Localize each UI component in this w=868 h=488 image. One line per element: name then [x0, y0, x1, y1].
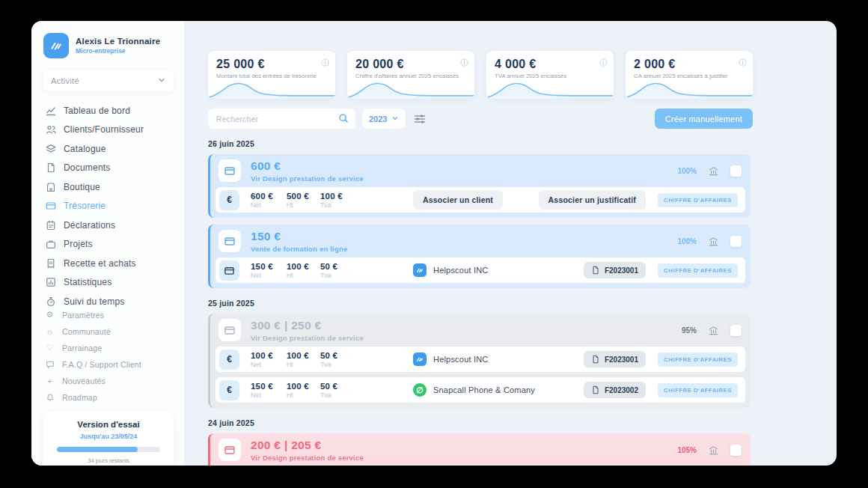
sidebar-item-projets[interactable]: Projets: [43, 237, 174, 251]
sidebar-item-roadmap[interactable]: Roadmap: [43, 391, 174, 403]
sidebar-item-faq-support[interactable]: F.A.Q / Support Client: [43, 358, 174, 370]
credit-card-icon: [219, 260, 239, 281]
year-filter-dropdown[interactable]: 2023: [362, 109, 406, 129]
group-date: 24 juin 2025: [208, 418, 837, 427]
associate-client-button[interactable]: Associer un client: [413, 190, 503, 210]
transaction-row: € 150 €Net 100 €Ht 50 €Tva ∅ Snapcall Ph…: [216, 377, 745, 403]
invoice-number: F2023001: [605, 356, 638, 364]
transaction-description: Vir Design prestation de service: [251, 174, 364, 183]
sidebar-item-recette-et-achats[interactable]: Recette et achats: [43, 256, 174, 270]
company-logo: [43, 33, 69, 58]
client-name: Helpscout INC: [433, 355, 489, 364]
stopwatch-icon: [45, 296, 56, 307]
revenue-badge: CHIFFRE D'AFFAIRES: [658, 353, 738, 367]
transaction-header[interactable]: 150 € Vente de formation en ligne 100%: [210, 225, 751, 257]
bank-icon[interactable]: [708, 325, 719, 336]
bank-icon[interactable]: [708, 236, 719, 247]
ht-amount: 100 €: [287, 382, 320, 391]
toolbar: 2023 Créer manuellement: [208, 109, 753, 129]
chevron-down-icon: [157, 76, 166, 86]
sparkline-chart: [486, 78, 614, 99]
bank-icon[interactable]: [708, 445, 719, 456]
create-manually-button[interactable]: Créer manuellement: [655, 109, 753, 129]
invoice-button[interactable]: F2023001: [584, 262, 646, 278]
match-percentage: 100%: [677, 167, 697, 175]
select-checkbox[interactable]: [730, 236, 742, 247]
client-chip[interactable]: ∅ Snapcall Phone & Comany: [413, 383, 535, 397]
transaction-row: 150 €Net 100 €Ht 50 €Tva Helpscout INC F…: [216, 257, 745, 283]
tva-amount: 50 €: [320, 382, 364, 391]
select-checkbox[interactable]: [730, 165, 742, 177]
sidebar-item-communaute[interactable]: ☼ Communauté: [43, 325, 174, 338]
invoice-button[interactable]: F2023001: [584, 351, 646, 367]
briefcase-icon: [45, 239, 56, 250]
stat-value: 25 000 €: [216, 58, 327, 71]
credit-card-icon: [45, 201, 56, 212]
sidebar-item-suivi-du-temps[interactable]: Suivi du temps: [43, 294, 174, 308]
transaction-row: € 600 €Net 500 €Ht 100 €Tva Associer un …: [216, 187, 745, 213]
select-checkbox[interactable]: [730, 325, 742, 336]
chat-bubble-icon: [45, 359, 55, 369]
tva-amount: 100 €: [320, 192, 364, 201]
transaction-header[interactable]: 200 € | 205 € Vir Design prestation de s…: [210, 433, 751, 466]
sidebar-item-catalogue[interactable]: Catalogue: [43, 141, 174, 156]
info-icon[interactable]: [321, 56, 329, 64]
transaction-amount: 600 €: [251, 159, 364, 173]
search-input[interactable]: [208, 109, 355, 129]
document-icon: [45, 162, 56, 174]
euro-icon: €: [219, 350, 239, 370]
trial-until-date: Jusqu'au 23/05/24: [51, 433, 166, 440]
revenue-badge: CHIFFRE D'AFFAIRES: [658, 263, 738, 278]
revenue-badge: CHIFFRE D'AFFAIRES: [658, 193, 738, 207]
transaction-description: Vir Design prestation de service: [251, 334, 364, 342]
activity-dropdown[interactable]: Activité: [43, 70, 174, 91]
sparkline-chart: [626, 78, 753, 99]
bank-icon[interactable]: [708, 165, 719, 177]
sidebar-item-declarations[interactable]: Déclarations: [43, 218, 174, 232]
trial-progress-fill: [57, 447, 138, 452]
helpscout-logo: [413, 353, 427, 366]
info-icon[interactable]: [739, 56, 747, 64]
receipt-icon: [45, 257, 56, 269]
ht-amount: 100 €: [287, 262, 320, 271]
sidebar-item-clients-fournisseur[interactable]: Clients/Fournisseur: [43, 123, 174, 137]
account-switcher[interactable]: Alexis Le Trionnaire Micro-entreprise: [43, 33, 174, 58]
stat-value: 4 000 €: [495, 58, 605, 71]
trial-title: Version d'essai: [51, 420, 166, 429]
sidebar-item-nouveautes[interactable]: + Nouveautés: [43, 374, 174, 387]
sidebar-item-parametres[interactable]: ⚙ Paramètres: [43, 308, 174, 321]
sidebar-item-documents[interactable]: Documents: [43, 161, 174, 175]
transaction-card: 600 € Vir Design prestation de service 1…: [208, 154, 751, 218]
transaction-header[interactable]: 600 € Vir Design prestation de service 1…: [210, 154, 751, 187]
select-checkbox[interactable]: [730, 445, 742, 456]
transaction-header[interactable]: 300 € | 250 € Vir Design prestation de s…: [210, 314, 751, 347]
credit-card-icon: [218, 439, 241, 461]
transaction-amount: 150 €: [251, 230, 347, 243]
sidebar-item-parrainage[interactable]: ♡ Parrainage: [43, 341, 174, 354]
associate-justificatif-button[interactable]: Associer un justificatif: [539, 190, 646, 210]
user-name: Alexis Le Trionnaire: [76, 37, 160, 46]
sidebar-item-boutique[interactable]: Boutique: [43, 180, 174, 194]
sidebar-item-statistiques[interactable]: Statistiques: [43, 275, 174, 290]
heart-icon: ♡: [45, 343, 55, 353]
year-filter-value: 2023: [369, 115, 387, 123]
info-icon[interactable]: [460, 56, 468, 64]
calendar-icon: [45, 219, 56, 231]
layers-icon: [45, 143, 56, 154]
credit-card-icon: [218, 319, 241, 341]
client-chip[interactable]: Helpscout INC: [413, 353, 489, 366]
client-chip[interactable]: Helpscout INC: [413, 263, 489, 277]
invoice-button[interactable]: F2023002: [584, 382, 646, 398]
client-name: Snapcall Phone & Comany: [433, 385, 535, 394]
trial-card: Version d'essai Jusqu'au 23/05/24 34 jou…: [43, 411, 174, 466]
credit-card-icon: [218, 159, 241, 182]
filter-sliders-icon[interactable]: [413, 112, 427, 126]
sparkline-chart: [347, 78, 474, 99]
info-icon[interactable]: [599, 56, 608, 64]
bar-chart-icon: [45, 277, 56, 288]
search-icon[interactable]: [338, 113, 349, 126]
sidebar-item-tresorerie[interactable]: Trésorerie: [43, 199, 174, 213]
sidebar-item-tableau-de-bord[interactable]: Tableau de bord: [43, 103, 174, 118]
user-role: Micro-entreprise: [76, 47, 160, 55]
gear-icon: ⚙: [45, 310, 55, 320]
